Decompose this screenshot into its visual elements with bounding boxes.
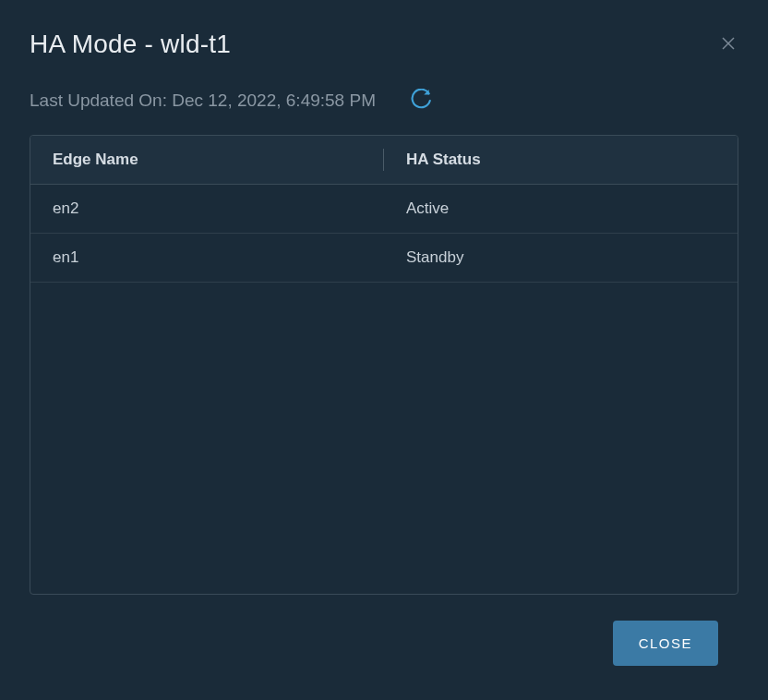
modal-header: HA Mode - wld-t1 (30, 30, 738, 59)
close-button[interactable]: CLOSE (613, 621, 718, 666)
table-row: en2 Active (30, 185, 738, 234)
cell-ha-status: Active (384, 185, 738, 234)
ha-mode-modal: HA Mode - wld-t1 Last Updated On: Dec 12… (0, 0, 768, 700)
cell-edge-name: en1 (30, 234, 384, 283)
cell-ha-status: Standby (384, 234, 738, 283)
refresh-icon[interactable] (409, 89, 433, 113)
column-header-edge-name: Edge Name (30, 136, 384, 185)
status-row: Last Updated On: Dec 12, 2022, 6:49:58 P… (30, 89, 738, 113)
ha-status-table: Edge Name HA Status en2 Active en1 Stand… (30, 136, 738, 283)
table-container: Edge Name HA Status en2 Active en1 Stand… (30, 135, 738, 595)
table-row: en1 Standby (30, 234, 738, 283)
column-header-label: HA Status (406, 151, 481, 168)
modal-footer: CLOSE (30, 595, 738, 690)
column-header-ha-status: HA Status (384, 136, 738, 185)
close-icon[interactable] (722, 37, 735, 50)
last-updated-text: Last Updated On: Dec 12, 2022, 6:49:58 P… (30, 91, 376, 111)
table-header-row: Edge Name HA Status (30, 136, 738, 185)
cell-edge-name: en2 (30, 185, 384, 234)
modal-title: HA Mode - wld-t1 (30, 30, 231, 59)
column-header-label: Edge Name (53, 151, 138, 168)
